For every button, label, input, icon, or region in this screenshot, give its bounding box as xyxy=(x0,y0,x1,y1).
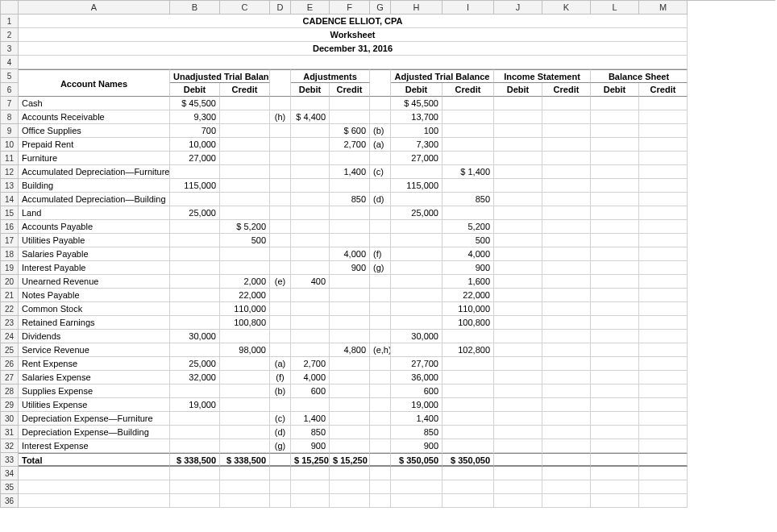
cell[interactable] xyxy=(443,330,494,343)
cell[interactable] xyxy=(19,494,170,508)
cell[interactable] xyxy=(291,193,330,206)
cell[interactable] xyxy=(220,179,270,193)
cell[interactable] xyxy=(170,494,220,508)
cell[interactable] xyxy=(591,206,639,220)
cell[interactable] xyxy=(639,97,688,110)
cell[interactable] xyxy=(220,426,270,439)
cell[interactable]: 25,000 xyxy=(391,206,443,220)
cell[interactable]: Salaries Payable xyxy=(19,247,170,261)
cell[interactable] xyxy=(370,439,391,453)
cell[interactable] xyxy=(639,220,688,234)
cell[interactable] xyxy=(270,206,291,220)
cell[interactable] xyxy=(639,289,688,302)
row-header[interactable]: 32 xyxy=(1,439,19,453)
col-header-M[interactable]: M xyxy=(639,1,688,15)
cell[interactable] xyxy=(494,206,542,220)
cell[interactable] xyxy=(494,384,542,398)
cell[interactable] xyxy=(391,467,443,480)
cell[interactable]: Land xyxy=(19,206,170,220)
cell[interactable]: (h) xyxy=(270,110,291,124)
cell[interactable]: $ 1,400 xyxy=(443,165,494,179)
cell[interactable]: (g) xyxy=(270,439,291,453)
cell[interactable] xyxy=(443,412,494,426)
cell[interactable] xyxy=(591,138,639,152)
cell[interactable] xyxy=(220,398,270,412)
cell[interactable] xyxy=(270,220,291,234)
col-header-A[interactable]: A xyxy=(19,1,170,15)
cell[interactable]: 27,700 xyxy=(391,357,443,371)
col-header-G[interactable]: G xyxy=(370,1,391,15)
cell[interactable] xyxy=(391,302,443,316)
cell[interactable] xyxy=(291,316,330,330)
cell[interactable] xyxy=(270,124,291,138)
row-header[interactable]: 24 xyxy=(1,330,19,343)
cell[interactable]: (d) xyxy=(270,426,291,439)
cell[interactable] xyxy=(270,302,291,316)
cell[interactable] xyxy=(494,124,542,138)
cell[interactable]: 102,800 xyxy=(443,343,494,357)
cell[interactable]: Accumulated Depreciation—Furniture xyxy=(19,165,170,179)
row-header[interactable]: 33 xyxy=(1,453,19,467)
cell[interactable]: Salaries Expense xyxy=(19,371,170,384)
cell[interactable]: 10,000 xyxy=(170,138,220,152)
cell[interactable] xyxy=(639,384,688,398)
row-header[interactable]: 36 xyxy=(1,494,19,508)
row-header[interactable]: 18 xyxy=(1,247,19,261)
row-header[interactable]: 19 xyxy=(1,261,19,275)
cell[interactable] xyxy=(270,179,291,193)
cell[interactable] xyxy=(220,110,270,124)
cell[interactable]: (c) xyxy=(370,165,391,179)
cell[interactable]: $ 4,400 xyxy=(291,110,330,124)
cell[interactable] xyxy=(443,206,494,220)
col-header-D[interactable]: D xyxy=(270,1,291,15)
cell[interactable] xyxy=(330,439,370,453)
row-header[interactable]: 13 xyxy=(1,179,19,193)
cell[interactable]: (a) xyxy=(270,357,291,371)
cell[interactable] xyxy=(291,494,330,508)
cell[interactable] xyxy=(330,480,370,494)
col-header-K[interactable]: K xyxy=(542,1,591,15)
row-header[interactable]: 17 xyxy=(1,234,19,247)
cell[interactable]: 100,800 xyxy=(443,316,494,330)
cell[interactable] xyxy=(639,494,688,508)
cell[interactable] xyxy=(494,494,542,508)
cell[interactable]: 900 xyxy=(391,439,443,453)
cell[interactable] xyxy=(291,289,330,302)
cell[interactable]: $ 45,500 xyxy=(391,97,443,110)
cell[interactable] xyxy=(494,165,542,179)
cell[interactable] xyxy=(591,371,639,384)
cell[interactable] xyxy=(270,152,291,165)
cell[interactable] xyxy=(639,357,688,371)
cell[interactable] xyxy=(494,234,542,247)
cell[interactable] xyxy=(591,275,639,289)
cell[interactable] xyxy=(170,412,220,426)
row-header[interactable]: 22 xyxy=(1,302,19,316)
cell[interactable] xyxy=(291,247,330,261)
cell[interactable] xyxy=(270,261,291,275)
cell[interactable] xyxy=(270,316,291,330)
cell[interactable]: 500 xyxy=(220,234,270,247)
cell[interactable] xyxy=(370,97,391,110)
cell[interactable] xyxy=(542,165,591,179)
row-header[interactable]: 23 xyxy=(1,316,19,330)
cell[interactable] xyxy=(391,316,443,330)
cell[interactable] xyxy=(542,412,591,426)
cell[interactable]: 4,800 xyxy=(330,343,370,357)
cell[interactable] xyxy=(591,480,639,494)
cell[interactable]: 36,000 xyxy=(391,371,443,384)
row-header[interactable]: 3 xyxy=(1,42,19,56)
row-header[interactable]: 25 xyxy=(1,343,19,357)
cell[interactable] xyxy=(639,480,688,494)
col-header-E[interactable]: E xyxy=(291,1,330,15)
cell[interactable] xyxy=(270,330,291,343)
cell[interactable] xyxy=(639,193,688,206)
cell[interactable]: 115,000 xyxy=(170,179,220,193)
row-header[interactable]: 28 xyxy=(1,384,19,398)
cell[interactable] xyxy=(330,316,370,330)
cell[interactable]: $ 45,500 xyxy=(170,97,220,110)
cell[interactable]: Notes Payable xyxy=(19,289,170,302)
cell[interactable] xyxy=(591,494,639,508)
cell[interactable]: Building xyxy=(19,179,170,193)
cell[interactable] xyxy=(542,179,591,193)
cell[interactable] xyxy=(494,371,542,384)
